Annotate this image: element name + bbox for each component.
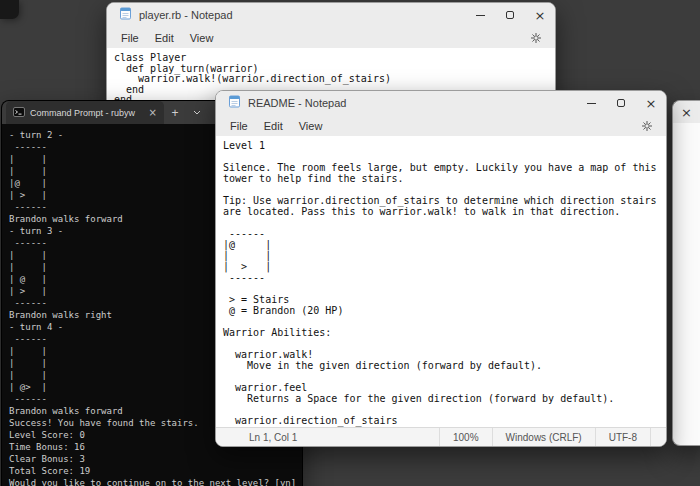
close-icon: × (535, 9, 546, 22)
cmd-prompt-icon (13, 104, 25, 122)
new-tab-button[interactable]: + (164, 101, 186, 124)
settings-gear-icon[interactable] (641, 120, 653, 132)
close-button[interactable]: × (636, 91, 666, 115)
chevron-down-icon (193, 110, 201, 115)
readme-statusbar: Ln 1, Col 1 100% Windows (CRLF) UTF-8 (216, 427, 666, 446)
notepad-icon (119, 6, 132, 24)
minimize-button[interactable] (576, 91, 606, 115)
window-partial-right: × (672, 100, 700, 446)
maximize-button[interactable] (606, 91, 636, 115)
close-icon: × (646, 97, 657, 110)
statusbar-right: 100% Windows (CRLF) UTF-8 (439, 428, 666, 446)
maximize-icon (617, 99, 625, 107)
zoom-level[interactable]: 100% (439, 428, 492, 446)
maximize-icon (506, 11, 514, 19)
notepad-icon (228, 94, 241, 112)
cursor-position: Ln 1, Col 1 (216, 428, 297, 446)
settings-gear-icon[interactable] (530, 32, 542, 44)
tab-dropdown-button[interactable] (186, 101, 208, 124)
close-icon[interactable]: × (681, 106, 692, 119)
readme-window-controls: × (576, 91, 666, 115)
readme-menubar: File Edit View (216, 115, 666, 136)
menu-edit[interactable]: Edit (258, 118, 289, 134)
menu-file[interactable]: File (224, 118, 254, 134)
window-readme: README - Notepad × File Edit View Level … (215, 90, 667, 447)
readme-editor-area: Level 1 Silence. The room feels large, b… (216, 136, 666, 427)
menu-file[interactable]: File (115, 30, 145, 46)
readme-titlebar[interactable]: README - Notepad × (216, 91, 666, 115)
terminal-tab-title: Command Prompt - rubyw (30, 108, 144, 118)
line-ending[interactable]: Windows (CRLF) (492, 428, 595, 446)
minimize-icon (476, 15, 485, 16)
player-window-controls: × (465, 3, 555, 27)
player-window-title: player.rb - Notepad (139, 9, 233, 21)
background-window-corner (0, 0, 19, 19)
readme-window-title: README - Notepad (248, 97, 346, 109)
partial-titlebar[interactable]: × (673, 101, 700, 123)
readme-text[interactable]: Level 1 Silence. The room feels large, b… (216, 136, 666, 427)
close-button[interactable]: × (525, 3, 555, 27)
encoding[interactable]: UTF-8 (595, 428, 650, 446)
maximize-button[interactable] (495, 3, 525, 27)
menu-edit[interactable]: Edit (149, 30, 180, 46)
player-menubar: File Edit View (107, 27, 555, 48)
tab-close-icon[interactable]: × (149, 107, 157, 118)
menu-view[interactable]: View (184, 30, 220, 46)
terminal-tab[interactable]: Command Prompt - rubyw × (6, 101, 164, 124)
minimize-button[interactable] (465, 3, 495, 27)
desktop: { "glyphs": { "close": "×", "plus": "+" … (0, 0, 700, 486)
player-titlebar[interactable]: player.rb - Notepad × (107, 3, 555, 27)
menu-view[interactable]: View (293, 118, 329, 134)
minimize-icon (587, 103, 596, 104)
statusbar-end-cell (650, 428, 666, 446)
